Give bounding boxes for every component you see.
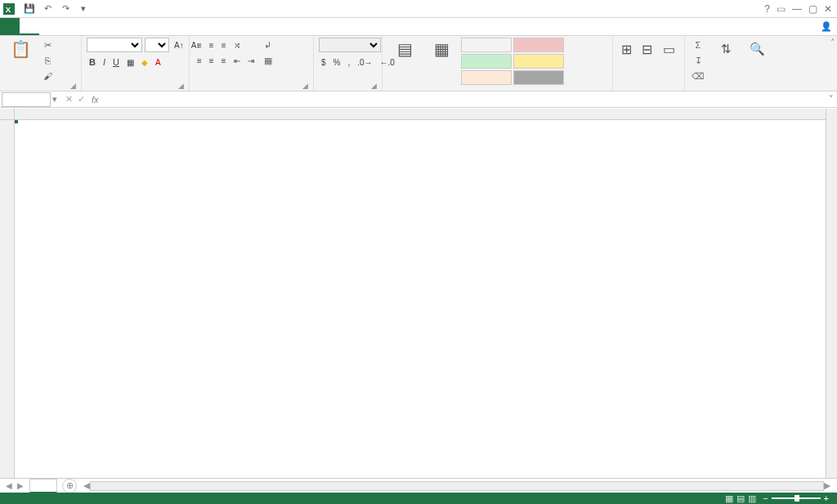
dialog-launcher-icon[interactable]: ◢ <box>302 82 308 90</box>
maximize-icon[interactable]: ▢ <box>808 3 817 15</box>
align-right-icon[interactable]: ≡ <box>219 53 229 68</box>
percent-format-icon[interactable]: % <box>331 55 343 69</box>
fill-color-button[interactable]: ◆ <box>139 55 150 69</box>
select-all-corner[interactable] <box>0 109 15 120</box>
delete-cells-button[interactable]: ⊟ <box>638 38 656 60</box>
style-bad[interactable] <box>513 38 564 52</box>
cut-button[interactable]: ✂ <box>39 38 58 52</box>
style-normal[interactable] <box>461 38 512 52</box>
tab-data[interactable] <box>98 18 118 35</box>
paste-button[interactable]: 📋 <box>5 38 36 60</box>
sheet-nav-next-icon[interactable]: ▶ <box>15 481 26 490</box>
underline-button[interactable]: U <box>110 55 122 69</box>
expand-formula-bar-icon[interactable]: ˅ <box>826 94 837 105</box>
collapse-ribbon-icon[interactable]: ˄ <box>830 38 835 48</box>
merge-center-button[interactable]: ▦ <box>260 53 279 68</box>
formula-bar[interactable] <box>99 92 826 107</box>
new-sheet-button[interactable]: ⊕ <box>62 479 77 493</box>
format-painter-button[interactable]: 🖌 <box>39 69 58 83</box>
zoom-slider[interactable] <box>772 497 821 499</box>
find-select-button[interactable]: 🔍 <box>743 38 771 60</box>
orientation-icon[interactable]: ⤭ <box>231 38 243 52</box>
cancel-formula-icon[interactable]: ✕ <box>65 94 73 105</box>
format-as-table-button[interactable]: ▦ <box>426 38 458 60</box>
sheet-nav-prev-icon[interactable]: ◀ <box>3 481 15 490</box>
font-name-select[interactable] <box>87 38 142 52</box>
align-left-icon[interactable]: ≡ <box>195 53 204 68</box>
align-center-icon[interactable]: ≡ <box>207 53 217 68</box>
sign-in-link[interactable]: 👤 <box>817 18 832 35</box>
undo-icon[interactable]: ↶ <box>39 1 56 17</box>
decrease-indent-icon[interactable]: ⇤ <box>231 53 243 68</box>
autosum-button[interactable]: Σ <box>690 38 709 52</box>
dialog-launcher-icon[interactable]: ◢ <box>178 82 184 90</box>
zoom-out-icon[interactable]: − <box>763 493 768 503</box>
cell-styles-gallery[interactable] <box>461 38 607 85</box>
group-label-styles <box>387 90 607 91</box>
insert-cells-button[interactable]: ⊞ <box>618 38 635 60</box>
border-button[interactable]: ▦ <box>124 55 137 69</box>
conditional-icon: ▤ <box>397 39 413 59</box>
qat-customize-icon[interactable]: ▾ <box>75 1 92 17</box>
fill-button[interactable]: ↧ <box>690 53 709 68</box>
normal-view-icon[interactable]: ▦ <box>725 493 733 504</box>
accounting-format-icon[interactable]: $ <box>319 55 329 69</box>
tab-page-layout[interactable] <box>59 18 78 35</box>
increase-font-icon[interactable]: A↑ <box>172 38 186 52</box>
style-good[interactable] <box>461 54 512 69</box>
number-format-select[interactable] <box>319 38 381 52</box>
tab-file[interactable] <box>0 18 20 35</box>
zoom-in-icon[interactable]: + <box>824 493 829 503</box>
page-layout-view-icon[interactable]: ▤ <box>736 493 745 504</box>
style-check-cell[interactable] <box>513 70 564 85</box>
align-bottom-icon[interactable]: ≡ <box>219 38 229 52</box>
find-icon: 🔍 <box>750 39 765 59</box>
page-break-view-icon[interactable]: ▥ <box>748 493 756 504</box>
font-size-select[interactable] <box>145 38 169 52</box>
style-calculation[interactable] <box>461 70 512 85</box>
enter-formula-icon[interactable]: ✓ <box>78 94 85 105</box>
excel-icon: X <box>0 0 18 18</box>
wrap-text-button[interactable]: ↲ <box>260 38 279 52</box>
group-label-editing <box>690 90 832 91</box>
sort-icon: ⇅ <box>721 39 732 59</box>
align-middle-icon[interactable]: ≡ <box>207 38 217 52</box>
fx-icon[interactable]: fx <box>92 95 99 105</box>
group-label-clipboard: ◢ <box>5 90 76 91</box>
sort-filter-button[interactable]: ⇅ <box>712 38 740 60</box>
redo-icon[interactable]: ↷ <box>57 1 74 17</box>
tab-view[interactable] <box>137 18 157 35</box>
tab-review[interactable] <box>118 18 137 35</box>
sheet-tab-data[interactable] <box>29 479 57 493</box>
style-neutral[interactable] <box>513 54 564 69</box>
horizontal-scrollbar[interactable]: ◀▶ <box>83 480 830 491</box>
close-icon[interactable]: ✕ <box>824 3 832 15</box>
help-icon[interactable]: ? <box>764 3 770 15</box>
dialog-launcher-icon[interactable]: ◢ <box>371 82 377 90</box>
italic-button[interactable]: I <box>101 55 108 69</box>
tab-home[interactable] <box>20 18 39 35</box>
fill-icon: ↧ <box>692 56 704 66</box>
brush-icon: 🖌 <box>42 71 53 81</box>
name-box[interactable] <box>2 92 51 107</box>
sum-icon: Σ <box>692 40 704 50</box>
format-cells-button[interactable]: ▭ <box>660 38 680 60</box>
bold-button[interactable]: B <box>87 55 98 69</box>
font-color-button[interactable]: A <box>153 55 163 69</box>
tab-insert[interactable] <box>39 18 59 35</box>
tab-team[interactable] <box>157 18 177 35</box>
paste-icon: 📋 <box>11 39 31 59</box>
vertical-scrollbar[interactable] <box>826 109 837 478</box>
ribbon-toggle-icon[interactable]: ▭ <box>777 3 786 15</box>
increase-indent-icon[interactable]: ⇥ <box>245 53 257 68</box>
tab-formulas[interactable] <box>78 18 98 35</box>
save-icon[interactable]: 💾 <box>21 1 38 17</box>
copy-button[interactable]: ⎘ <box>39 53 58 68</box>
minimize-icon[interactable]: — <box>792 3 802 15</box>
conditional-formatting-button[interactable]: ▤ <box>387 38 423 60</box>
align-top-icon[interactable]: ≡ <box>195 38 204 52</box>
clear-button[interactable]: ⌫ <box>690 69 709 83</box>
dialog-launcher-icon[interactable]: ◢ <box>70 82 76 90</box>
increase-decimal-icon[interactable]: .0→ <box>355 55 374 69</box>
comma-format-icon[interactable]: , <box>345 55 352 69</box>
